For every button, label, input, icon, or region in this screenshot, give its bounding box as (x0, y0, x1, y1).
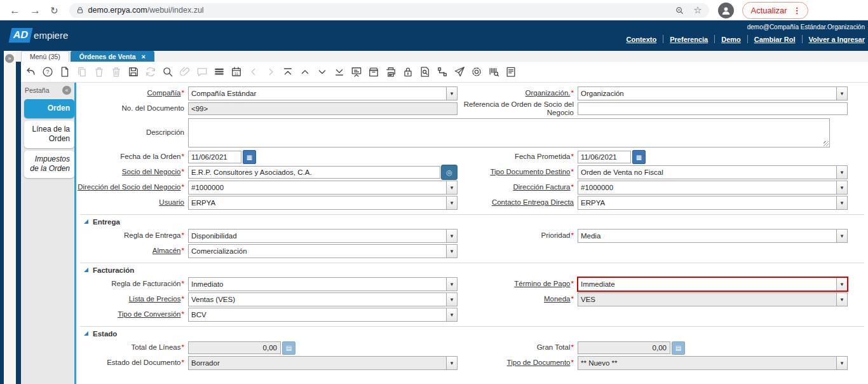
usuario-dropdown-button[interactable]: ▾ (446, 196, 457, 209)
compania-dropdown-button[interactable]: ▾ (446, 87, 457, 100)
sidebar-tab-2[interactable]: Impuestos de la Orden (24, 151, 74, 178)
fecha-orden-calendar-button[interactable]: ▦ (243, 150, 256, 164)
update-browser-button[interactable]: Actualizar ⋮ (742, 2, 808, 19)
regla-facturacion-dropdown-button[interactable]: ▾ (446, 278, 457, 291)
tipo-documento-destino-label-text[interactable]: Tipo Documento Destino (490, 168, 570, 176)
tipo-conversion-label-text[interactable]: Tipo de Conversión (118, 310, 180, 319)
gran-total-calculator-button[interactable]: ▤ (672, 341, 685, 355)
organizacion-input[interactable] (578, 87, 836, 100)
toolbar-preferences-button[interactable] (470, 65, 483, 79)
address-bar[interactable]: demo.erpya.com/webui/index.zul ☆ (69, 3, 709, 18)
expand-panel-button[interactable]: » (5, 54, 14, 63)
window-tab-0[interactable]: Menú (35) (21, 51, 69, 62)
organizacion-label-text[interactable]: Organización. (526, 89, 571, 97)
header-link-1[interactable]: Preferencia (670, 36, 708, 43)
header-link-4[interactable]: Volver a Ingresar (809, 36, 865, 43)
compania-input[interactable] (189, 87, 446, 100)
direccion-socio-dropdown-button[interactable]: ▾ (446, 181, 457, 194)
toolbar-save-button[interactable] (126, 65, 140, 79)
toolbar-record-info-button[interactable] (418, 65, 431, 79)
direccion-factura-dropdown-button[interactable]: ▾ (836, 181, 847, 194)
tipo-documento-destino-input[interactable] (578, 166, 836, 179)
prioridad-input[interactable] (578, 230, 836, 242)
header-link-2[interactable]: Demo (721, 36, 741, 43)
fecha-orden-input[interactable] (188, 151, 241, 163)
fecha-prometida-calendar-button[interactable]: ▦ (632, 150, 646, 164)
compania-label-text[interactable]: Compañía (147, 89, 180, 97)
toolbar-previous-record-button[interactable] (298, 65, 311, 79)
tipo-documento-label-text[interactable]: Tipo de Documento (507, 359, 571, 367)
descripcion-textarea[interactable] (188, 118, 830, 147)
lista-precios-dropdown-button[interactable]: ▾ (446, 293, 457, 306)
referencia-orden-socio-input[interactable] (578, 102, 848, 115)
section-collapse-icon[interactable] (84, 219, 88, 224)
toolbar-report-view-button[interactable] (504, 65, 517, 79)
section-collapse-icon[interactable] (84, 268, 88, 272)
toolbar-lock-private-button[interactable] (401, 65, 414, 79)
almacen-dropdown-button[interactable]: ▾ (446, 245, 457, 257)
moneda-label-text[interactable]: Moneda (544, 295, 571, 303)
toolbar-new-record-button[interactable] (58, 65, 71, 79)
window-tab-1[interactable]: Órdenes de Venta× (71, 51, 154, 62)
fecha-prometida-input[interactable] (578, 151, 631, 163)
socio-negocio-input[interactable] (188, 166, 440, 179)
toolbar-product-info-button[interactable] (487, 65, 500, 79)
toolbar-first-record-button[interactable] (281, 65, 294, 79)
toolbar-archive-button[interactable] (367, 65, 380, 79)
lista-precios-input[interactable] (189, 293, 446, 306)
toolbar-request-button[interactable] (452, 65, 466, 79)
usuario-input[interactable] (189, 196, 446, 209)
bookmark-star-icon[interactable]: ☆ (693, 4, 702, 16)
toolbar-calendar-button[interactable]: 31 (229, 65, 243, 79)
zoom-out-icon[interactable] (675, 6, 684, 15)
close-tab-icon[interactable]: × (142, 53, 146, 60)
header-link-3[interactable]: Cambiar Rol (754, 36, 796, 43)
browser-menu-dots-icon[interactable]: ⋮ (793, 6, 801, 15)
organizacion-dropdown-button[interactable]: ▾ (836, 87, 847, 100)
contacto-entrega-directa-input[interactable] (578, 196, 836, 209)
almacen-label-text[interactable]: Almacén (153, 247, 181, 255)
sidebar-tab-0[interactable]: Orden (24, 99, 74, 118)
toolbar-last-record-button[interactable] (332, 65, 346, 79)
browser-reload-icon[interactable]: ↻ (50, 6, 58, 15)
collapse-sidebar-button[interactable]: « (62, 86, 71, 95)
direccion-factura-input[interactable] (578, 181, 836, 194)
toolbar-print-button[interactable] (384, 65, 397, 79)
svg-text:?: ? (46, 69, 49, 75)
regla-entrega-input[interactable] (189, 230, 446, 242)
contacto-entrega-directa-dropdown-button[interactable]: ▾ (836, 196, 847, 209)
contacto-entrega-directa-label-text[interactable]: Contacto Entrega Directa (492, 198, 574, 207)
regla-entrega-dropdown-button[interactable]: ▾ (446, 230, 457, 242)
socio-negocio-lookup-button[interactable]: ◎ (441, 165, 458, 180)
tipo-conversion-input[interactable] (189, 308, 446, 321)
toolbar-grid-toggle-button[interactable] (212, 65, 226, 79)
socio-negocio-label-text[interactable]: Socio del Negocio (122, 168, 181, 176)
toolbar-help-button[interactable]: ? (41, 65, 54, 79)
prioridad-dropdown-button[interactable]: ▾ (836, 230, 847, 242)
toolbar-find-button[interactable] (161, 65, 174, 79)
direccion-factura-label-text[interactable]: Dirección Factura (513, 183, 570, 191)
lista-precios-label-text[interactable]: Lista de Precios (129, 295, 181, 303)
usuario-label-text[interactable]: Usuario (159, 198, 184, 207)
toolbar-next-record-button[interactable] (315, 65, 329, 79)
tipo-documento-destino-dropdown-button[interactable]: ▾ (836, 166, 847, 179)
tipo-conversion-dropdown-button[interactable]: ▾ (446, 308, 457, 321)
resize-handle-icon[interactable] (824, 141, 829, 146)
toolbar-workflow-button[interactable] (435, 65, 449, 79)
total-lineas-calculator-button[interactable]: ▤ (282, 341, 295, 355)
browser-profile-avatar[interactable] (718, 3, 734, 18)
section-collapse-icon[interactable] (84, 331, 88, 336)
regla-facturacion-input[interactable] (189, 278, 446, 291)
toolbar-undo-button[interactable] (24, 65, 37, 79)
termino-pago-dropdown-button[interactable]: ▾ (836, 278, 847, 291)
toolbar-report-button[interactable] (349, 65, 363, 79)
termino-pago-input[interactable] (578, 278, 836, 291)
header-link-0[interactable]: Contexto (627, 36, 657, 43)
termino-pago-label-text[interactable]: Término de Pago (514, 280, 570, 288)
almacen-input[interactable] (189, 245, 446, 257)
browser-back-icon[interactable]: ← (10, 5, 20, 16)
direccion-socio-input[interactable] (189, 181, 446, 194)
sidebar-tab-1[interactable]: Línea de la Orden (24, 121, 74, 148)
browser-forward-icon[interactable]: → (30, 5, 41, 16)
direccion-socio-label-text[interactable]: Dirección del Socio del Negocio (78, 183, 180, 191)
